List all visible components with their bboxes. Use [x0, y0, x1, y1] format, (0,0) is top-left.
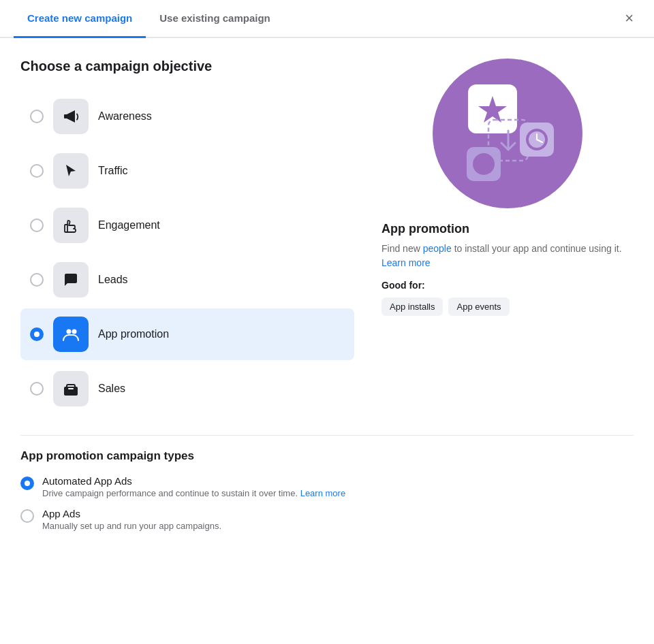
- engagement-icon-box: [53, 208, 89, 243]
- section-title: Choose a campaign objective: [20, 59, 354, 74]
- preview-title: App promotion: [382, 222, 634, 236]
- svg-point-1: [72, 329, 77, 334]
- awareness-label: Awareness: [98, 110, 152, 123]
- divider: [20, 435, 634, 436]
- objective-leads[interactable]: Leads: [20, 254, 354, 306]
- app-promotion-icon-box: [53, 317, 89, 352]
- radio-automated[interactable]: [20, 477, 34, 490]
- objective-awareness[interactable]: Awareness: [20, 91, 354, 142]
- bag-icon: [63, 381, 79, 397]
- preview-desc-link[interactable]: people: [423, 243, 452, 254]
- automated-desc: Drive campaign performance and continue …: [42, 488, 345, 498]
- objective-traffic[interactable]: Traffic: [20, 145, 354, 197]
- modal-container: Create new campaign Use existing campaig…: [0, 0, 654, 551]
- leads-label: Leads: [98, 274, 128, 286]
- good-for-label: Good for:: [382, 280, 634, 291]
- leads-icon-box: [53, 262, 89, 297]
- objectives-panel: Choose a campaign objective Awareness: [20, 59, 354, 415]
- objective-app-promotion[interactable]: App promotion: [20, 308, 354, 360]
- preview-desc-before: Find new: [382, 243, 423, 254]
- radio-awareness[interactable]: [30, 110, 44, 123]
- tabs-bar: Create new campaign Use existing campaig…: [0, 0, 654, 38]
- objective-engagement[interactable]: Engagement: [20, 199, 354, 251]
- svg-rect-4: [68, 388, 74, 389]
- campaign-type-automated[interactable]: Automated App Ads Drive campaign perform…: [20, 475, 634, 498]
- svg-rect-3: [67, 385, 75, 388]
- radio-leads[interactable]: [30, 273, 44, 287]
- engagement-label: Engagement: [98, 219, 160, 231]
- app-ads-label: App Ads: [42, 508, 221, 519]
- app-ads-desc: Manually set up and run your app campaig…: [42, 521, 221, 531]
- svg-point-0: [67, 329, 72, 334]
- tags-container: App installs App events: [382, 297, 634, 316]
- close-button[interactable]: ×: [618, 4, 640, 33]
- megaphone-icon: [63, 108, 79, 125]
- campaign-type-list: Automated App Ads Drive campaign perform…: [20, 475, 634, 531]
- campaign-type-app-ads[interactable]: App Ads Manually set up and run your app…: [20, 508, 634, 531]
- traffic-icon-box: [53, 153, 89, 189]
- tab-use-existing[interactable]: Use existing campaign: [146, 0, 284, 38]
- cursor-icon: [63, 163, 79, 179]
- thumbsup-icon: [63, 217, 79, 234]
- preview-learn-more[interactable]: Learn more: [382, 257, 431, 268]
- preview-desc-after: to install your app and continue using i…: [452, 243, 622, 254]
- radio-app-promotion[interactable]: [30, 327, 44, 341]
- people-icon: [62, 325, 80, 343]
- automated-desc-text: Drive campaign performance and continue …: [42, 488, 298, 498]
- awareness-icon-box: [53, 99, 89, 134]
- radio-engagement[interactable]: [30, 219, 44, 232]
- preview-panel: App promotion Find new people to install…: [382, 59, 634, 415]
- campaign-types-title: App promotion campaign types: [20, 449, 634, 463]
- tag-app-installs: App installs: [382, 297, 443, 316]
- automated-label: Automated App Ads: [42, 475, 345, 487]
- app-promotion-illustration: [439, 65, 576, 202]
- traffic-label: Traffic: [98, 165, 128, 177]
- sales-label: Sales: [98, 383, 125, 395]
- tag-app-events: App events: [448, 297, 509, 316]
- main-content: Choose a campaign objective Awareness: [0, 38, 654, 435]
- chat-icon: [63, 272, 79, 288]
- preview-illustration: [433, 59, 582, 208]
- campaign-type-app-ads-text: App Ads Manually set up and run your app…: [42, 508, 221, 531]
- preview-description: Find new people to install your app and …: [382, 242, 634, 270]
- automated-learn-more[interactable]: Learn more: [300, 488, 345, 498]
- objective-sales[interactable]: Sales: [20, 363, 354, 415]
- radio-app-ads[interactable]: [20, 509, 34, 523]
- tab-create-new[interactable]: Create new campaign: [14, 0, 146, 38]
- bottom-section: App promotion campaign types Automated A…: [0, 449, 654, 551]
- sales-icon-box: [53, 371, 89, 406]
- campaign-type-automated-text: Automated App Ads Drive campaign perform…: [42, 475, 345, 498]
- app-ads-desc-text: Manually set up and run your app campaig…: [42, 521, 221, 531]
- app-promotion-label: App promotion: [98, 328, 169, 340]
- objective-list: Awareness Traffic: [20, 91, 354, 415]
- svg-point-15: [473, 153, 495, 175]
- radio-sales[interactable]: [30, 382, 44, 396]
- radio-traffic[interactable]: [30, 164, 44, 178]
